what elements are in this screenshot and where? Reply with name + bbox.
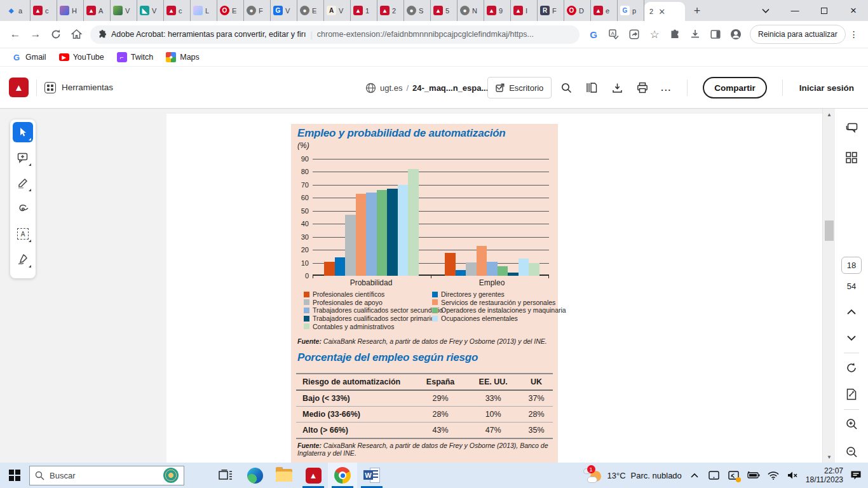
browser-tab[interactable]: ▴I [511, 0, 538, 21]
browser-tab[interactable]: OE [217, 0, 244, 21]
search-highlight-icon[interactable] [163, 468, 179, 483]
comments-panel-icon[interactable] [840, 118, 863, 139]
document-name[interactable]: 24-_maq...n_espa... [412, 83, 488, 93]
start-button[interactable] [0, 463, 29, 488]
download-icon[interactable] [606, 77, 628, 98]
page-thumbnails-icon[interactable] [840, 147, 863, 168]
bookmark-item[interactable]: ⌐Twitch [112, 50, 158, 64]
translate-icon[interactable]: A [604, 24, 624, 44]
volume-muted-icon[interactable] [786, 465, 800, 485]
draw-tool-button[interactable] [13, 198, 33, 219]
browser-tab[interactable]: ▴2 [377, 0, 404, 21]
browser-tab[interactable]: ●S [404, 0, 431, 21]
legend-item: Profesionales científicos [304, 290, 443, 299]
scrollbar-thumb[interactable] [825, 220, 834, 241]
highlight-tool-button[interactable] [13, 173, 33, 193]
forward-icon[interactable]: → [25, 24, 46, 44]
tab-close-icon[interactable]: ✕ [658, 7, 665, 17]
scroll-up-arrow[interactable]: ▲ [823, 110, 836, 119]
chrome-menu-icon[interactable]: ⋮ [846, 29, 862, 39]
tab-search-chevron-icon[interactable] [751, 0, 780, 21]
active-tab[interactable]: 2 ✕ [644, 2, 685, 21]
acrobat-taskbar-icon[interactable]: ▲ [299, 463, 328, 488]
browser-tab[interactable]: Gp [618, 0, 644, 21]
bookmark-star-icon[interactable]: ☆ [644, 24, 665, 44]
task-view-button[interactable] [211, 463, 240, 488]
browser-tab[interactable]: ●N [458, 0, 484, 21]
bookmark-item[interactable]: ●Maps [161, 50, 205, 64]
taskbar-search-input[interactable]: Buscar [29, 466, 184, 485]
side-panel-icon[interactable] [705, 24, 726, 44]
browser-tab[interactable]: ▴5 [431, 0, 458, 21]
file-explorer-taskbar-icon[interactable] [269, 463, 299, 488]
zoom-in-icon[interactable] [840, 414, 863, 435]
extensions-puzzle-icon[interactable] [665, 24, 685, 44]
browser-tab[interactable]: V [111, 0, 137, 21]
downloads-icon[interactable] [685, 24, 705, 44]
rotate-page-icon[interactable] [840, 357, 863, 379]
share-icon[interactable] [624, 24, 644, 44]
browser-tab[interactable]: AV [324, 0, 351, 21]
page-view-icon[interactable] [581, 77, 602, 98]
battery-icon[interactable] [747, 465, 761, 485]
scroll-down-arrow[interactable]: ▼ [823, 452, 836, 461]
tablet-mode-icon[interactable] [707, 465, 721, 485]
browser-tab[interactable]: ▴A [84, 0, 111, 21]
word-taskbar-icon[interactable]: W [357, 463, 386, 488]
print-icon[interactable] [632, 77, 653, 98]
browser-tab[interactable]: ▴c [31, 0, 57, 21]
previous-page-icon[interactable] [840, 301, 863, 323]
browser-tab[interactable]: ●F [244, 0, 271, 21]
fill-sign-tool-button[interactable] [13, 249, 33, 269]
hidden-icons-chevron[interactable] [688, 465, 702, 485]
edge-taskbar-icon[interactable] [240, 463, 269, 488]
reload-icon[interactable] [46, 24, 66, 44]
back-icon[interactable]: ← [5, 24, 25, 44]
close-button[interactable]: × [839, 0, 868, 21]
cast-icon[interactable] [727, 465, 741, 485]
acrobat-logo[interactable]: ▲ [9, 78, 29, 97]
select-text-tool-button[interactable]: A [13, 224, 33, 244]
bookmark-item[interactable]: ▶YouTube [54, 51, 109, 64]
sign-in-button[interactable]: Iniciar sesión [794, 83, 859, 93]
maximize-button[interactable] [810, 0, 839, 21]
browser-tab[interactable]: H [57, 0, 84, 21]
browser-tab[interactable]: L [191, 0, 217, 21]
share-button[interactable]: Compartir [703, 77, 767, 98]
more-options-icon[interactable]: ... [657, 83, 675, 93]
notification-center-icon[interactable] [849, 465, 863, 485]
search-icon[interactable] [555, 77, 577, 98]
browser-tab[interactable]: RF [538, 0, 564, 21]
clock-widget[interactable]: 22:07 18/11/2023 [806, 466, 843, 484]
browser-tab[interactable]: ◣V [137, 0, 164, 21]
home-icon[interactable] [66, 24, 86, 44]
select-tool-button[interactable] [13, 122, 33, 142]
browser-tab[interactable]: ▴e [591, 0, 618, 21]
address-bar[interactable]: Adobe Acrobat: herramientas para convert… [90, 25, 580, 44]
tools-menu-button[interactable]: Herramientas [44, 82, 113, 93]
relaunch-to-update-button[interactable]: Reinicia para actualizar [750, 25, 846, 44]
profile-avatar[interactable] [726, 24, 746, 44]
browser-tab[interactable]: ▴9 [484, 0, 511, 21]
comment-tool-button[interactable] [13, 147, 33, 168]
browser-tab[interactable]: ◆a [4, 0, 31, 21]
google-icon[interactable]: G [583, 24, 604, 44]
open-desktop-button[interactable]: Escritorio [487, 77, 552, 98]
bookmark-item[interactable]: GGmail [6, 50, 51, 64]
next-page-icon[interactable] [840, 328, 863, 349]
browser-tab[interactable]: ●E [297, 0, 324, 21]
browser-tab[interactable]: ▴1 [351, 0, 377, 21]
zoom-out-icon[interactable] [840, 441, 863, 463]
new-tab-button[interactable]: + [689, 3, 705, 19]
browser-tab[interactable]: OD [564, 0, 591, 21]
browser-tab[interactable]: GV [271, 0, 297, 21]
current-page-box[interactable]: 18 [841, 257, 862, 273]
vertical-scrollbar[interactable]: ▲ ▼ [822, 109, 835, 463]
chrome-taskbar-icon[interactable] [328, 463, 357, 488]
site-name[interactable]: ugt.es [380, 83, 402, 93]
browser-tab[interactable]: ▴c [164, 0, 191, 21]
weather-widget[interactable]: 1 13°C Parc. nublado [583, 467, 682, 484]
minimize-button[interactable]: — [780, 0, 810, 21]
fit-page-icon[interactable] [840, 384, 863, 405]
wifi-icon[interactable] [766, 465, 780, 485]
